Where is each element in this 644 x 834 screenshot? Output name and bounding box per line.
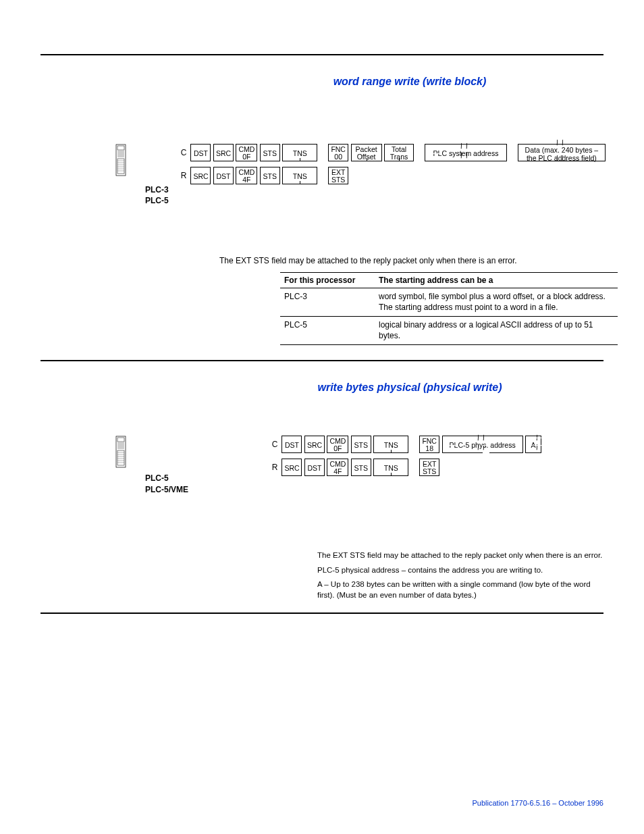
pkt-cell: TNS <box>373 459 408 476</box>
pkt-cell: EXT STS <box>419 459 439 476</box>
note-text: The EXT STS field may be attached to the… <box>317 550 603 561</box>
pkt-cell: SRC <box>281 459 302 476</box>
section-title-2: write bytes physical (physical write) <box>216 382 603 394</box>
pkt-cell: SRC <box>304 436 325 453</box>
table-row: PLC-5 logical binary address or a logica… <box>280 317 618 345</box>
pkt-cell: TNS <box>373 436 408 453</box>
pkt-cell: DST <box>281 436 302 453</box>
pkt-cell-var: //A <box>525 436 541 453</box>
pkt-cell: DST <box>213 167 234 184</box>
chip-icon <box>115 144 127 179</box>
note-text: The EXT STS field may be attached to the… <box>219 256 603 265</box>
pkt-cell: STS <box>260 144 280 161</box>
pkt-cell: CMD 4F <box>327 459 348 476</box>
chip-icon <box>115 436 127 471</box>
note-text: PLC-5 physical address – contains the ad… <box>317 565 603 576</box>
pkt-cell: TNS <box>282 167 317 184</box>
publication-footer: Publication 1770-6.5.16 – October 1996 <box>473 799 603 807</box>
pkt-cell: CMD 0F <box>327 436 348 453</box>
pkt-cell: FNC 00 <box>328 144 348 161</box>
pkt-cell: CMD 0F <box>236 144 257 161</box>
row-label-c: C <box>179 148 188 157</box>
table-header: For this processor <box>280 273 375 288</box>
proc-label: PLC-3 <box>145 184 169 195</box>
row-label-c: C <box>270 440 279 449</box>
pkt-cell: Packet Offset <box>351 144 382 161</box>
note-text: A – Up to 238 bytes can be written with … <box>317 579 603 600</box>
pkt-cell: STS <box>260 167 280 184</box>
row-label-r: R <box>270 463 279 472</box>
pkt-cell-var: ////PLC-5 phys. address <box>442 436 523 453</box>
table-header: The starting address can be a <box>375 273 618 288</box>
pkt-cell: Total Trans <box>384 144 414 161</box>
pkt-cell: STS <box>351 459 371 476</box>
pkt-cell: TNS <box>282 144 317 161</box>
pkt-cell: FNC 18 <box>419 436 439 453</box>
pkt-cell: EXT STS <box>328 167 348 184</box>
table-row: PLC-3 word symbol, file symbol plus a wo… <box>280 288 618 317</box>
section-title-1: word range write (write block) <box>216 76 603 88</box>
pkt-cell-var: ////Data (max. 240 bytes – the PLC addre… <box>518 144 606 161</box>
pkt-cell: SRC <box>213 144 234 161</box>
pkt-cell: DST <box>304 459 325 476</box>
proc-label: PLC-5 <box>145 195 169 206</box>
address-table: For this processor The starting address … <box>280 272 618 345</box>
pkt-cell: DST <box>190 144 211 161</box>
pkt-cell: CMD 4F <box>236 167 257 184</box>
pkt-cell-var: ////PLC system address <box>425 144 507 161</box>
proc-label: PLC-5/VME <box>145 484 188 495</box>
pkt-cell: STS <box>351 436 371 453</box>
row-label-r: R <box>179 171 188 180</box>
proc-label: PLC-5 <box>145 473 188 484</box>
pkt-cell: SRC <box>190 167 211 184</box>
